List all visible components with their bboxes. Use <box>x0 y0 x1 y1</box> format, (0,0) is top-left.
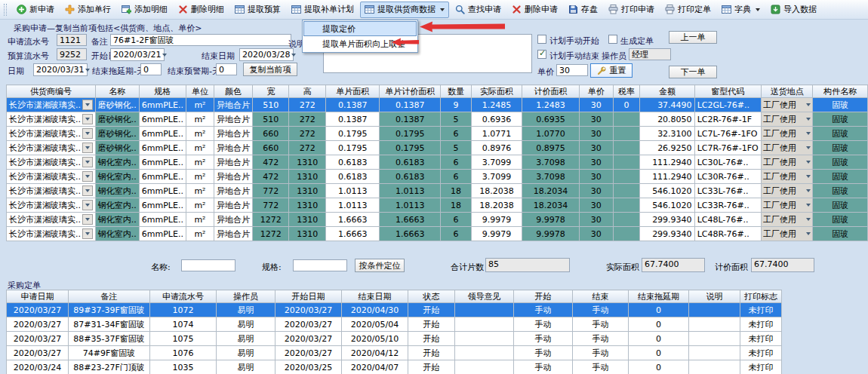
grid-cell[interactable]: 固玻 <box>813 127 868 141</box>
chevron-down-icon[interactable] <box>82 185 93 196</box>
extract-supplier-button[interactable]: 提取供货商数据 <box>360 2 449 18</box>
grid-cell[interactable]: 1310 <box>289 155 326 170</box>
grid-cell[interactable]: 0.1795 <box>326 141 380 155</box>
grid-cell[interactable]: 546.1020 <box>640 198 694 213</box>
grid-cell[interactable]: LC7L-76#-1FO <box>694 127 761 141</box>
table-row[interactable]: 长沙市潇湘玻璃实..磨砂钢化..6mmPLE..m²异地合片6602720.17… <box>7 127 868 141</box>
grid-cell[interactable]: 18 <box>441 198 471 213</box>
menu-item-1[interactable]: 提取定价 <box>303 21 417 36</box>
grid-cell[interactable]: 1.0113 <box>380 184 441 198</box>
reset-button[interactable]: 重置 <box>590 63 633 78</box>
grid-cell[interactable]: 30 <box>579 198 613 213</box>
chevron-down-icon[interactable] <box>82 214 93 225</box>
grid-cell[interactable]: m² <box>186 155 214 170</box>
grid-cell[interactable]: LC48L-76#.. <box>694 213 761 227</box>
grid-cell[interactable]: 0.1387 <box>326 112 380 127</box>
grid-cell[interactable]: 660 <box>253 141 289 155</box>
grid-cell[interactable]: 0 <box>613 98 640 112</box>
grid-cell[interactable]: 20.8050 <box>640 112 694 127</box>
table-row[interactable]: 长沙市潇湘玻璃实..钢化室内..6mmPLE..m²异地合片47213100.6… <box>7 155 868 170</box>
generate-order-checkbox[interactable] <box>608 35 617 44</box>
table-row[interactable]: 长沙市潇湘玻璃实..磨砂钢化..6mmPLE..m²异地合片5102720.13… <box>7 112 868 127</box>
budget-no-input[interactable] <box>57 48 87 60</box>
grid-cell[interactable]: 510 <box>253 98 289 112</box>
delivery-location-cell[interactable]: 工厂使用 <box>761 198 813 213</box>
grid-cell[interactable]: 0.6936 <box>471 112 522 127</box>
supplier-cell[interactable]: 长沙市潇湘玻璃实.. <box>7 170 96 184</box>
table-row[interactable]: 长沙市潇湘玻璃实..磨砂钢化..6mmPLE..m²异地合片5102720.13… <box>7 98 868 112</box>
grid-cell[interactable]: 5 <box>441 141 471 155</box>
new-request-button[interactable]: 新申请 <box>12 2 59 18</box>
grid-cell[interactable]: 0.1387 <box>380 98 441 112</box>
grid-cell[interactable]: 1.2483 <box>522 98 580 112</box>
grid-cell[interactable]: m² <box>186 98 214 112</box>
grid-cell[interactable]: LC30L-76#.. <box>694 155 761 170</box>
grid-cell[interactable] <box>613 170 640 184</box>
grid-cell[interactable]: m² <box>186 184 214 198</box>
grid-cell[interactable]: m² <box>186 141 214 155</box>
grid-cell[interactable]: 272 <box>289 127 326 141</box>
end-date-combo[interactable]: 2020/03/28 <box>239 48 294 61</box>
grid-cell[interactable]: 6 <box>441 127 471 141</box>
delivery-location-cell[interactable]: 工厂使用 <box>761 227 813 241</box>
apply-no-input[interactable] <box>57 34 87 46</box>
table-row[interactable]: 长沙市潇湘玻璃实..钢化室内..6mmPLE..m²异地合片77213101.0… <box>7 184 868 198</box>
grid-cell[interactable]: 1272 <box>253 227 289 241</box>
grid-cell[interactable]: 磨砂钢化.. <box>95 127 139 141</box>
grid-cell[interactable]: 18.2034 <box>522 184 580 198</box>
search-button[interactable]: 查找申请 <box>451 2 506 18</box>
grid-cell[interactable]: 1.6663 <box>380 213 441 227</box>
table-row[interactable]: 2020/03/2774#9F窗固玻1076易明2020/03/272020/0… <box>7 346 782 360</box>
grid-cell[interactable]: LC33R-76#.. <box>694 198 761 213</box>
grid-cell[interactable]: 18.2038 <box>471 198 522 213</box>
grid-cell[interactable]: 111.2940 <box>640 155 694 170</box>
manual-end-checkbox[interactable] <box>537 50 546 59</box>
table-row[interactable]: 2020/03/2788#35-37F窗固玻1075易明2020/03/2720… <box>7 332 782 346</box>
copy-current-button[interactable]: 复制当前项 <box>243 63 297 76</box>
grid-cell[interactable]: 异地合片 <box>214 213 253 227</box>
grid-cell[interactable]: 510 <box>253 112 289 127</box>
delivery-location-cell[interactable]: 工厂使用 <box>761 112 813 127</box>
grid-cell[interactable]: 111.2940 <box>640 170 694 184</box>
warn-days-input[interactable] <box>216 63 237 75</box>
remark-input[interactable] <box>110 34 291 46</box>
grid-cell[interactable]: 272 <box>289 112 326 127</box>
grid-cell[interactable]: 钢化室内.. <box>95 213 139 227</box>
grid-cell[interactable]: 固玻 <box>813 155 868 170</box>
grid-cell[interactable]: 固玻 <box>813 184 868 198</box>
extract-plan-button[interactable]: 提取补单计划 <box>287 2 359 18</box>
chevron-down-icon[interactable] <box>82 200 93 210</box>
supplier-cell[interactable]: 长沙市潇湘玻璃实.. <box>7 198 96 213</box>
grid-cell[interactable]: 272 <box>289 98 326 112</box>
grid-cell[interactable]: 5 <box>441 112 471 127</box>
operator-input[interactable] <box>629 48 671 60</box>
grid-cell[interactable]: 磨砂钢化.. <box>95 141 139 155</box>
table-row[interactable]: 长沙市潇湘玻璃实..钢化室内..6mmPLE..m²异地合片127213101.… <box>7 227 868 241</box>
grid-cell[interactable]: 9.9979 <box>471 227 522 241</box>
grid-cell[interactable]: 1.2485 <box>471 98 522 112</box>
supplier-cell[interactable]: 长沙市潇湘玻璃实.. <box>7 155 96 170</box>
grid-cell[interactable]: 772 <box>253 198 289 213</box>
grid-cell[interactable]: 6 <box>441 155 471 170</box>
delete-request-button[interactable]: 删除申请 <box>507 2 562 18</box>
grid-cell[interactable]: 异地合片 <box>214 98 253 112</box>
unit-price-input[interactable] <box>556 64 588 76</box>
grid-cell[interactable]: 772 <box>253 184 289 198</box>
grid-cell[interactable]: 9 <box>441 98 471 112</box>
grid-cell[interactable]: 6mmPLE.. <box>139 141 186 155</box>
grid-cell[interactable]: 3.7099 <box>471 170 522 184</box>
grid-cell[interactable]: 0.6935 <box>522 112 580 127</box>
dictionary-button[interactable]: 字典 <box>717 2 765 18</box>
grid-cell[interactable]: 272 <box>289 141 326 155</box>
delivery-location-cell[interactable]: 工厂使用 <box>761 170 813 184</box>
grid-cell[interactable]: m² <box>186 227 214 241</box>
grid-cell[interactable]: 30 <box>579 213 613 227</box>
grid-cell[interactable]: 37.4490 <box>640 98 694 112</box>
grid-cell[interactable]: 0.8975 <box>522 141 580 155</box>
table-row[interactable]: 长沙市潇湘玻璃实..磨砂钢化..6mmPLE..m²异地合片6602720.17… <box>7 141 868 155</box>
supplier-cell[interactable]: 长沙市潇湘玻璃实.. <box>7 141 96 155</box>
grid-cell[interactable]: 6mmPLE.. <box>139 170 186 184</box>
grid-cell[interactable]: 1.6663 <box>326 213 380 227</box>
grid-cell[interactable]: 1.6663 <box>380 227 441 241</box>
grid-cell[interactable]: LC30R-76#.. <box>694 170 761 184</box>
